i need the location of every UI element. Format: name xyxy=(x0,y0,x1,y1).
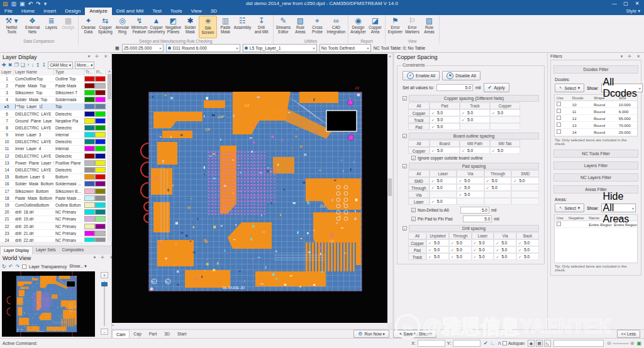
layer-row-7[interactable]: 7Ground_Plane_LayeNegative Pla xyxy=(0,117,107,124)
dcodes-select-button[interactable]: ↖Select▾ xyxy=(555,84,584,92)
layer-flash-swatch[interactable] xyxy=(95,174,106,180)
y-coordinate-field[interactable] xyxy=(453,340,480,347)
layer-flash-swatch[interactable] xyxy=(95,231,106,236)
layer-color-swatch[interactable] xyxy=(84,153,95,159)
spacing-cell[interactable]: ✓5.0 xyxy=(457,191,484,198)
spacing-value-input[interactable]: 5.0 xyxy=(455,254,471,259)
move-layer-up-icon[interactable]: ↑ xyxy=(27,62,30,68)
layer-grid-scrollbar[interactable]: ▲ xyxy=(107,69,112,242)
spacing-cell[interactable]: ✓5.0 xyxy=(460,116,490,123)
dcodes-show-combo[interactable]: All Dcodes▾ xyxy=(601,84,643,92)
netlist-tools-button[interactable]: ⚒ ▾Netlist Tools xyxy=(1,16,22,38)
status-dropdown[interactable] xyxy=(553,340,604,347)
dcodes-use-checkbox[interactable] xyxy=(557,122,561,127)
zoom-in-button[interactable]: + xyxy=(101,272,108,278)
menu-item-drill-and-mill[interactable]: Drill and Mill xyxy=(112,8,148,15)
dcodes-row[interactable]: 13Round70.000 xyxy=(555,122,637,129)
areas-use-checkbox[interactable] xyxy=(557,222,561,226)
layer-row-17[interactable]: 17Silkscreen_BottomSilkscreen B... xyxy=(0,188,107,195)
cell-check-icon[interactable]: ✓ xyxy=(492,148,495,153)
spacing-cell[interactable]: ✓5.0 xyxy=(494,239,516,246)
spacing-value-input[interactable]: 5.0 xyxy=(496,110,519,116)
layer-row-23[interactable]: 23drill_21.drlNC Primary xyxy=(0,230,107,237)
spacing-cell[interactable]: ✓5.0 xyxy=(430,109,460,116)
section-enable-checkbox[interactable]: ✓ xyxy=(402,164,407,168)
layer-row-11[interactable]: 11Inner_Layer_4Internal xyxy=(0,146,107,153)
spacing-value-input[interactable]: 5.0 xyxy=(466,148,489,153)
cell-check-icon[interactable]: ✓ xyxy=(496,241,499,245)
enable-all-button[interactable]: ✔ Enable All xyxy=(402,71,440,80)
layer-color-swatch[interactable] xyxy=(84,216,95,222)
spacing-cell[interactable]: ✓5.0 xyxy=(490,147,520,154)
spacing-cell[interactable]: ✓5.0 xyxy=(460,109,490,116)
view-tab-cam[interactable]: Cam xyxy=(112,330,130,339)
view-tab-start[interactable]: Start xyxy=(174,330,190,339)
dcodes-use-checkbox[interactable] xyxy=(557,102,561,106)
dcodes-col-size[interactable]: Size xyxy=(617,95,637,101)
cell-check-icon[interactable]: ✓ xyxy=(458,192,462,197)
layers-button[interactable]: ≣Layers xyxy=(43,16,60,38)
zoom-out-button[interactable]: - xyxy=(101,329,108,335)
spacing-cell[interactable]: ✓5.0 xyxy=(494,246,516,253)
spacing-value-input[interactable]: 5.0 xyxy=(478,247,494,253)
cell-check-icon[interactable]: ✓ xyxy=(431,178,435,183)
run-now-button[interactable]: ⚙ Run Now ▾ xyxy=(353,330,389,338)
snap-check-icon[interactable]: ✔ xyxy=(484,340,488,346)
cell-check-icon[interactable]: ✓ xyxy=(458,185,462,190)
layer-row-6[interactable]: 6DIELECTRIC_LAYEDielectric xyxy=(0,111,107,117)
spacing-cell[interactable]: ✓5.0 xyxy=(449,246,472,253)
more-select[interactable]: More...▾ xyxy=(75,62,95,69)
layer-color-swatch[interactable] xyxy=(84,125,95,131)
cell-check-icon[interactable]: ✓ xyxy=(428,254,431,259)
layer-color-swatch[interactable] xyxy=(84,174,95,180)
layer-flash-swatch[interactable] xyxy=(95,160,106,166)
layer-column-fl[interactable]: Fl... xyxy=(95,69,106,75)
spacing-cell[interactable]: ✓5.0 xyxy=(490,109,520,116)
save-to-stream-button[interactable]: ⇥ Save to Stream xyxy=(393,330,436,338)
minimize-button[interactable]: — xyxy=(609,0,620,8)
layer-row-1[interactable]: 1ComOutlineTopOutline Top xyxy=(0,75,107,82)
world-view-zoom-slider[interactable]: + - xyxy=(99,272,109,335)
option-value-input[interactable]: 5.0 xyxy=(463,215,492,222)
less-button[interactable]: << Less xyxy=(617,330,640,338)
design-canvas[interactable]: C2 U36 C4 J12 U2 S3 S1 DL DUDE JD xyxy=(112,54,387,323)
cell-check-icon[interactable]: ✓ xyxy=(451,241,454,245)
dcodes-col-use[interactable]: Use xyxy=(555,95,570,101)
solder-mask-button[interactable]: ✱Solder Mask xyxy=(182,16,199,38)
copy-layers-icon[interactable]: ❐ xyxy=(14,62,18,68)
layer-row-5[interactable]: ▸5*Top_Layer_1Top xyxy=(0,104,107,111)
areas-row[interactable]: Entire RegionEntire Region xyxy=(555,221,637,228)
origin-toggle-icon[interactable]: ◉ xyxy=(528,340,535,347)
rotate-cw-icon[interactable]: ↷ xyxy=(15,264,19,269)
spacing-cell[interactable]: ✓5.0 xyxy=(457,177,484,184)
layer-flash-swatch[interactable] xyxy=(95,216,106,222)
spacing-value-input[interactable]: 5.0 xyxy=(463,178,484,183)
dcodes-row[interactable]: 15Round10.000 xyxy=(555,136,637,136)
add-layer-icon[interactable]: ✚ xyxy=(2,62,6,68)
layer-row-12[interactable]: 12DIELECTRIC_LAYEDielectric xyxy=(0,153,107,160)
spacing-cell[interactable]: ✓5.0 xyxy=(457,184,484,191)
spacing-value-input[interactable]: 5.0 xyxy=(523,247,538,253)
layer-row-9[interactable]: 9Inner_Layer_3Internal xyxy=(0,132,107,139)
layer-flash-swatch[interactable] xyxy=(95,224,106,229)
areas-col-name[interactable]: Name xyxy=(587,215,612,220)
layer-flash-swatch[interactable] xyxy=(95,132,106,138)
layer-color-swatch[interactable] xyxy=(84,195,95,201)
spacing-cell[interactable]: ✓5.0 xyxy=(516,253,539,260)
spacing-value-input[interactable]: 5.0 xyxy=(523,240,538,246)
layer-color-swatch[interactable] xyxy=(84,237,95,242)
cell-check-icon[interactable]: ✓ xyxy=(462,148,465,153)
section-title-copper-spacing-different-nets[interactable]: Copper spacing (Different Nets) xyxy=(409,95,539,102)
menu-item-view[interactable]: View xyxy=(187,8,206,15)
layer-flash-swatch[interactable] xyxy=(95,146,106,151)
cam-mode-select[interactable]: CAM Moc▾ xyxy=(48,62,73,69)
cell-check-icon[interactable]: ✓ xyxy=(496,247,499,252)
minimum-feature-button[interactable]: ↯Minimum Feature xyxy=(131,16,148,38)
cell-check-icon[interactable]: ✓ xyxy=(431,124,435,129)
view-tab-part[interactable]: Part xyxy=(145,330,160,339)
spacing-value-input[interactable]: 5.0 xyxy=(433,254,448,259)
spacing-cell[interactable]: ✓5.0 xyxy=(426,246,449,253)
dcodes-use-checkbox[interactable] xyxy=(557,116,561,120)
copper-area-button[interactable]: ◪Copper Area xyxy=(367,16,384,38)
spacing-value-input[interactable]: 5.0 xyxy=(478,240,494,246)
